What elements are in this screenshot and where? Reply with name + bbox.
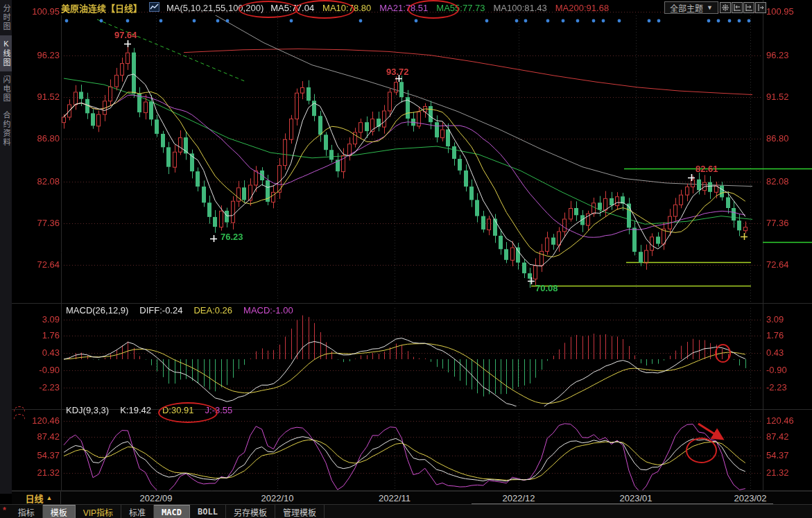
- tab-模板[interactable]: 模板: [43, 505, 76, 518]
- price-axis-right-label: 82.08: [766, 176, 789, 187]
- time-axis: 日线 ▲ 2022/092022/102022/112022/122023/01…: [12, 491, 812, 505]
- price-axis-left-label: 82.08: [19, 176, 60, 187]
- macd-scale-right: 1.76: [766, 330, 784, 340]
- period-selector[interactable]: 日线 ▲: [17, 492, 61, 504]
- price-axis-left-label: 86.80: [19, 133, 60, 144]
- tab-指标[interactable]: 指标: [10, 505, 43, 518]
- macd-label-row: MACD(26,12,9) DIFF:-0.24 DEA:0.26 MACD:-…: [66, 305, 293, 316]
- price-axis-right-label: 96.23: [766, 50, 789, 60]
- price-axis-left-label: 91.52: [19, 92, 60, 102]
- macd-scale-right: -0.90: [766, 365, 787, 375]
- macd-diff-value: DIFF:-0.24: [139, 305, 182, 316]
- sidebar-item-1[interactable]: K线图: [0, 35, 12, 71]
- compress-right-icon[interactable]: [743, 2, 754, 13]
- macd-scale-left: -0.90: [19, 365, 60, 375]
- ma-value-5: MA200:91.68: [555, 3, 609, 13]
- sidebar-item-2[interactable]: 闪电图: [0, 71, 12, 107]
- macd-macd-value: MACD:-1.00: [243, 305, 293, 316]
- indicator-tab-bar: * 指标模板VIP指标标准MACDBOLL另存模板管理模板: [0, 504, 812, 518]
- macd-scale-right: 0.43: [766, 347, 784, 358]
- price-axis-right-label: 72.64: [766, 259, 789, 270]
- triangle-up-icon: ▲: [46, 494, 53, 501]
- shift-right-icon[interactable]: [755, 2, 766, 13]
- symbol-title: 美原油连续【日线】: [61, 1, 142, 15]
- month-label: 2022/09: [140, 493, 173, 503]
- macd-scale-left: 3.09: [19, 314, 60, 325]
- annotation-ellipse: [158, 402, 218, 423]
- tab-管理模板[interactable]: 管理模板: [275, 505, 325, 518]
- price-axis-left-label: 100.95: [19, 6, 60, 17]
- kdj-scale-right: 87.42: [766, 431, 789, 442]
- tab-另存模板[interactable]: 另存模板: [226, 505, 275, 518]
- trading-app-window: 美原油连续【日线】 MA(5,10,21,55,100,200) MA5:77.…: [0, 0, 812, 518]
- tab-标准[interactable]: 标准: [121, 505, 154, 518]
- annotation-ellipse: [239, 1, 298, 18]
- price-annotation: 82.61: [696, 164, 718, 174]
- macd-scale-left: 0.43: [19, 347, 60, 358]
- kdj-scale-left: 120.46: [19, 415, 60, 426]
- month-label: 2023/01: [620, 493, 653, 503]
- price-axis-right-label: 77.36: [766, 218, 789, 228]
- month-label: 2023/02: [734, 493, 767, 503]
- annotation-ellipse: [295, 0, 354, 19]
- price-annotation: 70.08: [535, 283, 558, 293]
- theme-dropdown[interactable]: 全部主题 ▼: [664, 1, 718, 14]
- price-axis-left-label: 72.64: [19, 259, 60, 270]
- period-label: 日线: [26, 492, 44, 505]
- macd-scale-right: 3.09: [766, 314, 784, 325]
- sidebar-item-3[interactable]: 合约资料: [0, 107, 12, 151]
- kdj-scale-left: 54.37: [19, 450, 60, 460]
- month-label: 2022/11: [379, 493, 411, 503]
- pane-collapse-mark[interactable]: [14, 406, 25, 412]
- price-axis-right-label: 86.80: [766, 133, 789, 144]
- compress-left-icon[interactable]: [732, 2, 743, 13]
- month-label: 2022/10: [261, 493, 294, 503]
- pane-collapse-mark[interactable]: [14, 414, 25, 420]
- price-axis-right-label: 100.95: [766, 6, 794, 17]
- macd-name-label: MACD(26,12,9): [66, 305, 128, 316]
- ma-value-4: MA100:81.43: [493, 3, 546, 13]
- month-label: 2022/12: [503, 493, 535, 503]
- price-axis-left-label: 77.36: [19, 218, 60, 228]
- move-icon[interactable]: [720, 2, 731, 13]
- macd-dea-value: DEA:0.26: [193, 305, 232, 316]
- kdj-scale-right: 21.32: [766, 467, 789, 478]
- annotation-ellipse: [686, 438, 717, 463]
- chart-type-sidebar: 分时图K线图闪电图合约资料: [0, 0, 12, 494]
- tab-VIP指标[interactable]: VIP指标: [76, 505, 121, 518]
- tab-MACD[interactable]: MACD: [154, 505, 190, 518]
- sidebar-item-0[interactable]: 分时图: [0, 0, 12, 35]
- macd-scale-left: -2.23: [19, 382, 60, 392]
- tab-bar-star-icon: *: [0, 505, 10, 518]
- price-axis-left-label: 96.23: [19, 50, 60, 60]
- chevron-down-icon: ▼: [707, 4, 713, 11]
- price-annotation: 93.72: [386, 67, 409, 77]
- price-annotation: 76.23: [221, 232, 243, 242]
- kdj-k-value: K:19.42: [120, 405, 151, 415]
- annotation-ellipse: [715, 344, 731, 363]
- price-axis-right-label: 91.52: [766, 92, 789, 102]
- price-annotation: 97.64: [114, 30, 137, 40]
- macd-scale-left: 1.76: [19, 330, 60, 340]
- kdj-scale-right: 54.37: [766, 450, 789, 460]
- theme-dropdown-label: 全部主题: [670, 2, 703, 14]
- kdj-scale-left: 21.32: [19, 467, 60, 478]
- tab-BOLL[interactable]: BOLL: [190, 505, 226, 518]
- kdj-name-label: KDJ(9,3,3): [66, 405, 109, 415]
- kdj-scale-left: 87.42: [19, 431, 60, 442]
- annotation-ellipse: [408, 0, 459, 19]
- scroll-indicator[interactable]: [472, 503, 773, 504]
- macd-scale-right: -2.23: [766, 382, 787, 392]
- mini-chart-icon: [149, 2, 159, 14]
- kdj-scale-right: 120.46: [766, 415, 794, 426]
